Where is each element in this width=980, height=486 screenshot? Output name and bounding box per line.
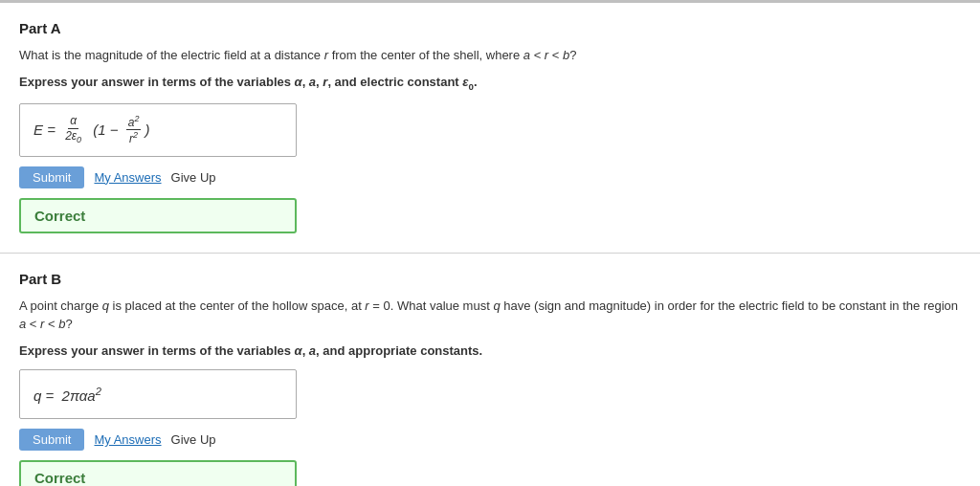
part-b-correct-badge: Correct [19, 460, 297, 486]
part-b-title: Part B [19, 271, 961, 287]
part-a-section: Part A What is the magnitude of the elec… [0, 3, 980, 254]
part-b-question: A point charge q is placed at the center… [19, 297, 961, 334]
part-a-correct-badge: Correct [19, 198, 297, 233]
part-b-section: Part B A point charge q is placed at the… [0, 254, 980, 487]
part-b-express: Express your answer in terms of the vari… [19, 342, 961, 361]
part-b-submit-row: Submit My Answers Give Up [19, 429, 961, 451]
part-a-express: Express your answer in terms of the vari… [19, 73, 961, 94]
part-b-submit-button[interactable]: Submit [19, 429, 84, 451]
part-a-title: Part A [19, 20, 961, 36]
part-a-formula: E = α 2ε0 (1 − a2 r2 ) [33, 114, 149, 146]
part-b-formula: q = 2παa2 [33, 386, 101, 404]
part-b-my-answers-link[interactable]: My Answers [94, 432, 161, 447]
part-a-give-up-link[interactable]: Give Up [171, 170, 216, 185]
part-a-submit-row: Submit My Answers Give Up [19, 166, 961, 188]
part-a-submit-button[interactable]: Submit [19, 166, 84, 188]
part-b-give-up-link[interactable]: Give Up [171, 432, 216, 447]
part-a-answer-box: E = α 2ε0 (1 − a2 r2 ) [19, 103, 297, 157]
part-b-answer-box: q = 2παa2 [19, 369, 297, 419]
part-a-my-answers-link[interactable]: My Answers [94, 170, 161, 185]
part-a-question: What is the magnitude of the electric fi… [19, 46, 961, 65]
